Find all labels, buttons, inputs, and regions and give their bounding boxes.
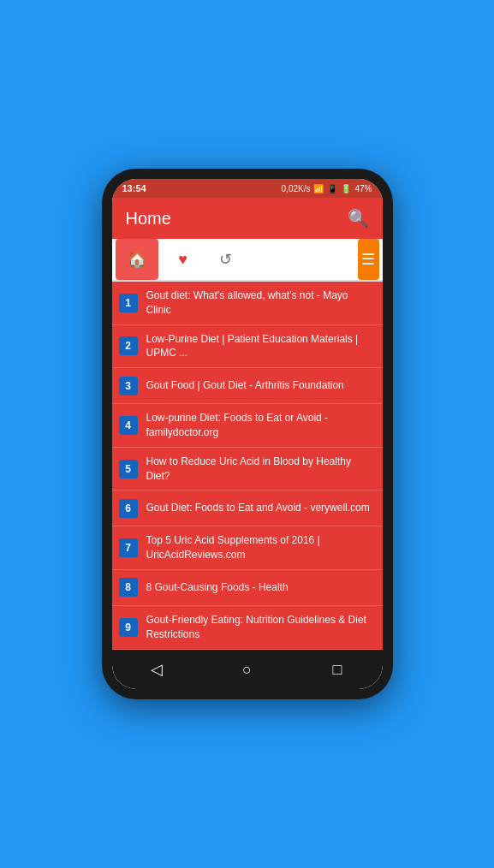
heart-icon: ♥ xyxy=(178,251,187,269)
item-text: Low-Purine Diet | Patient Education Mate… xyxy=(146,332,376,361)
tab-history[interactable]: ↺ xyxy=(205,239,247,280)
item-text: Low-purine Diet: Foods to Eat or Avoid -… xyxy=(146,411,376,440)
item-number: 5 xyxy=(119,460,138,479)
search-button[interactable]: 🔍 xyxy=(348,208,369,229)
item-text: Top 5 Uric Acid Supplements of 2016 | Ur… xyxy=(146,533,376,562)
status-right: 0,02K/s 📶 📱 🔋 47% xyxy=(282,184,372,193)
item-text: Gout diet: What's allowed, what's not - … xyxy=(146,288,376,318)
item-text: 8 Gout-Causing Foods - Health xyxy=(146,580,376,595)
list-item[interactable]: 5How to Reduce Uric Acid in Blood by Hea… xyxy=(112,448,383,491)
item-number: 7 xyxy=(119,538,138,557)
back-button[interactable]: ◁ xyxy=(140,652,174,687)
bottom-nav: ◁ ○ □ xyxy=(112,650,383,689)
item-number: 2 xyxy=(119,336,138,355)
list-item[interactable]: 4Low-purine Diet: Foods to Eat or Avoid … xyxy=(112,404,383,448)
item-text: Gout Food | Gout Diet - Arthritis Founda… xyxy=(146,378,376,393)
phone-frame: 13:54 0,02K/s 📶 📱 🔋 47% Home 🔍 🏠 ♥ ↺ xyxy=(102,169,393,699)
list-item[interactable]: 88 Gout-Causing Foods - Health xyxy=(112,570,383,606)
item-number: 1 xyxy=(119,294,138,312)
app-bar: Home 🔍 xyxy=(112,198,383,239)
list-container: 1Gout diet: What's allowed, what's not -… xyxy=(112,282,383,650)
item-text: How to Reduce Uric Acid in Blood by Heal… xyxy=(146,455,376,484)
item-number: 3 xyxy=(119,377,138,395)
network-speed: 0,02K/s xyxy=(282,184,311,193)
tab-home[interactable]: 🏠 xyxy=(116,239,158,280)
item-number: 8 xyxy=(119,578,138,597)
phone-screen: 13:54 0,02K/s 📶 📱 🔋 47% Home 🔍 🏠 ♥ ↺ xyxy=(112,179,383,689)
item-number: 9 xyxy=(119,618,138,637)
signal-icon: 📱 xyxy=(327,184,337,193)
item-text: Gout Diet: Foods to Eat and Avoid - very… xyxy=(146,501,376,515)
menu-icon: ☰ xyxy=(361,250,375,269)
status-time: 13:54 xyxy=(122,183,146,193)
item-number: 4 xyxy=(119,416,138,435)
app-title: Home xyxy=(126,209,171,229)
tab-favorites[interactable]: ♥ xyxy=(162,239,205,280)
history-icon: ↺ xyxy=(219,250,232,269)
home-icon: 🏠 xyxy=(128,250,146,269)
battery-icon: 🔋 xyxy=(341,184,351,193)
list-item[interactable]: 6Gout Diet: Foods to Eat and Avoid - ver… xyxy=(112,490,383,526)
tab-bar: 🏠 ♥ ↺ ☰ xyxy=(112,239,383,282)
list-item[interactable]: 2Low-Purine Diet | Patient Education Mat… xyxy=(112,325,383,369)
recent-button[interactable]: □ xyxy=(320,652,354,687)
list-item[interactable]: 7Top 5 Uric Acid Supplements of 2016 | U… xyxy=(112,526,383,570)
status-bar: 13:54 0,02K/s 📶 📱 🔋 47% xyxy=(112,179,383,198)
list-item[interactable]: 1Gout diet: What's allowed, what's not -… xyxy=(112,282,383,325)
battery-percent: 47% xyxy=(354,184,372,193)
list-item[interactable]: 3Gout Food | Gout Diet - Arthritis Found… xyxy=(112,368,383,404)
list-item[interactable]: 9Gout-Friendly Eating: Nutrition Guideli… xyxy=(112,606,383,650)
wifi-icon: 📶 xyxy=(313,184,324,193)
home-button[interactable]: ○ xyxy=(229,652,264,687)
item-text: Gout-Friendly Eating: Nutrition Guidelin… xyxy=(146,613,376,642)
item-number: 6 xyxy=(119,499,138,518)
tab-menu[interactable]: ☰ xyxy=(358,239,379,280)
